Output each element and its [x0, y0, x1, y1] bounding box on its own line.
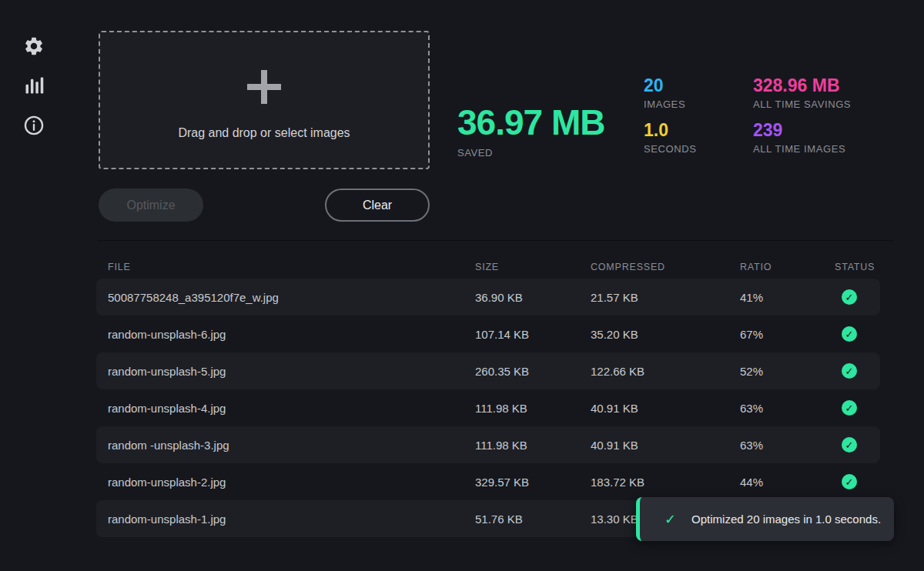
- all-time-images-value: 239: [753, 121, 845, 140]
- toast-message: Optimized 20 images in 1.0 seconds.: [691, 513, 881, 526]
- table-row: random -unsplash-3.jpg 111.98 KB 40.91 K…: [96, 426, 880, 463]
- table-header-row: FILE SIZE COMPRESSED RATIO STATUS: [96, 255, 880, 279]
- info-icon[interactable]: [23, 115, 45, 136]
- bar-chart-icon[interactable]: [23, 75, 45, 96]
- gear-icon[interactable]: [23, 35, 45, 57]
- cell-status: ✓: [835, 437, 880, 452]
- sidebar: [0, 0, 69, 571]
- cell-ratio: 44%: [740, 476, 835, 489]
- table-row: random-unsplash-5.jpg 260.35 KB 122.66 K…: [96, 352, 880, 389]
- cell-size: 36.90 KB: [475, 291, 591, 304]
- table-row: random-unsplash-6.jpg 107.14 KB 35.20 KB…: [96, 316, 880, 352]
- cell-compressed: 21.57 KB: [591, 291, 740, 304]
- stat-all-time-savings: 328.96 MB ALL TIME SAVINGS: [753, 76, 851, 110]
- cell-ratio: 63%: [740, 402, 835, 415]
- cell-status: ✓: [835, 400, 880, 416]
- seconds-label: SECONDS: [644, 143, 697, 155]
- images-label: IMAGES: [644, 99, 685, 110]
- cell-file: random-unsplash-1.jpg: [96, 513, 475, 526]
- cell-ratio: 41%: [740, 291, 835, 304]
- results-table: FILE SIZE COMPRESSED RATIO STATUS 500877…: [96, 255, 880, 537]
- col-header-ratio: RATIO: [740, 262, 835, 272]
- cell-ratio: 63%: [740, 439, 835, 452]
- col-header-size: SIZE: [475, 262, 591, 272]
- divider: [98, 240, 894, 241]
- cell-status: ✓: [835, 289, 880, 305]
- plus-icon: [237, 60, 291, 114]
- cell-size: 329.57 KB: [475, 476, 591, 489]
- cell-file: random-unsplash-4.jpg: [96, 402, 475, 415]
- images-value: 20: [644, 76, 685, 95]
- col-header-compressed: COMPRESSED: [591, 262, 740, 272]
- stat-images: 20 IMAGES: [644, 76, 685, 110]
- saved-label: SAVED: [457, 147, 604, 159]
- cell-file: 50087758248_a395120f7e_w.jpg: [96, 291, 475, 304]
- cell-ratio: 67%: [740, 328, 835, 341]
- cell-size: 107.14 KB: [475, 328, 591, 341]
- cell-size: 260.35 KB: [475, 365, 591, 378]
- toast-notification: ✓ Optimized 20 images in 1.0 seconds.: [636, 497, 894, 541]
- cell-compressed: 35.20 KB: [591, 328, 740, 341]
- cell-status: ✓: [835, 474, 880, 489]
- seconds-value: 1.0: [644, 121, 697, 140]
- optimizer-app-window: Drag and drop or select images 36.97 MB …: [0, 0, 924, 571]
- table-row: random-unsplash-2.jpg 329.57 KB 183.72 K…: [96, 463, 880, 500]
- status-check-icon: ✓: [842, 437, 857, 452]
- cell-ratio: 52%: [740, 365, 835, 378]
- cell-file: random -unsplash-3.jpg: [96, 439, 475, 452]
- check-icon: ✓: [665, 511, 676, 528]
- status-check-icon: ✓: [842, 363, 857, 379]
- cell-size: 111.98 KB: [475, 439, 591, 452]
- stat-saved: 36.97 MB SAVED: [457, 103, 604, 159]
- cell-compressed: 40.91 KB: [591, 439, 740, 452]
- status-check-icon: ✓: [842, 400, 857, 416]
- cell-size: 111.98 KB: [475, 402, 591, 415]
- status-check-icon: ✓: [842, 474, 857, 489]
- table-row: random-unsplash-4.jpg 111.98 KB 40.91 KB…: [96, 389, 880, 426]
- clear-button[interactable]: Clear: [325, 189, 430, 222]
- col-header-file: FILE: [96, 262, 475, 272]
- stat-seconds: 1.0 SECONDS: [644, 121, 697, 155]
- table-row: 50087758248_a395120f7e_w.jpg 36.90 KB 21…: [96, 279, 880, 316]
- cell-status: ✓: [835, 326, 880, 342]
- cell-file: random-unsplash-5.jpg: [96, 365, 475, 378]
- cell-compressed: 122.66 KB: [591, 365, 740, 378]
- optimize-button[interactable]: Optimize: [99, 189, 203, 222]
- status-check-icon: ✓: [842, 326, 857, 342]
- saved-value: 36.97 MB: [457, 103, 604, 142]
- cell-file: random-unsplash-6.jpg: [96, 328, 475, 341]
- all-time-savings-value: 328.96 MB: [753, 76, 851, 95]
- cell-status: ✓: [835, 363, 880, 379]
- cell-file: random-unsplash-2.jpg: [96, 476, 475, 489]
- stat-all-time-images: 239 ALL TIME IMAGES: [753, 121, 845, 155]
- col-header-status: STATUS: [835, 262, 880, 272]
- image-dropzone[interactable]: Drag and drop or select images: [99, 31, 430, 169]
- dropzone-label: Drag and drop or select images: [178, 126, 350, 140]
- cell-size: 51.76 KB: [475, 513, 591, 526]
- cell-compressed: 40.91 KB: [591, 402, 740, 415]
- cell-compressed: 183.72 KB: [591, 476, 740, 489]
- status-check-icon: ✓: [842, 289, 857, 305]
- all-time-images-label: ALL TIME IMAGES: [753, 143, 845, 155]
- all-time-savings-label: ALL TIME SAVINGS: [753, 99, 851, 110]
